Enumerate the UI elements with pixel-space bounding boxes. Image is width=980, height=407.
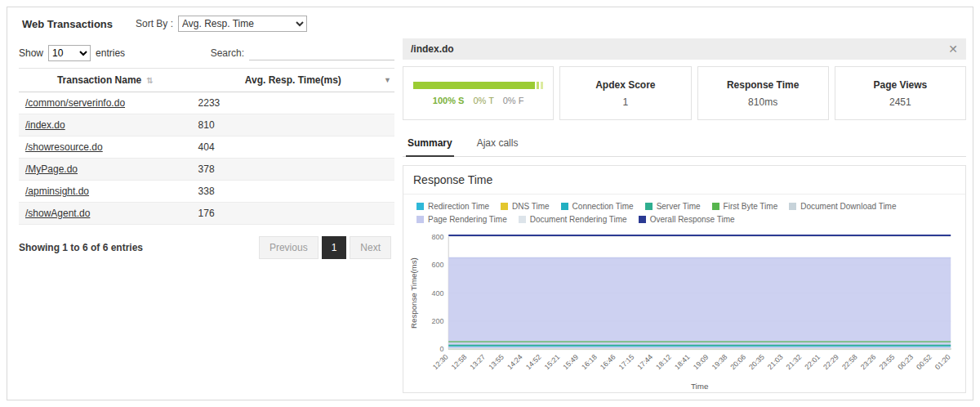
svg-text:Response Time(ms): Response Time(ms) [409, 257, 418, 329]
close-icon[interactable]: ✕ [948, 43, 958, 55]
svg-text:15:21: 15:21 [543, 353, 562, 372]
svg-text:20:06: 20:06 [728, 353, 747, 372]
next-page-button[interactable]: Next [350, 236, 391, 259]
svg-text:200: 200 [432, 317, 444, 325]
transaction-link[interactable]: /apminsight.do [25, 186, 89, 197]
previous-page-button[interactable]: Previous [259, 236, 318, 259]
search-input[interactable] [249, 46, 394, 60]
legend-item[interactable]: Page Rendering Time [416, 215, 507, 224]
svg-text:14:24: 14:24 [506, 353, 524, 372]
svg-text:19:38: 19:38 [710, 353, 729, 372]
current-page-button[interactable]: 1 [322, 236, 347, 259]
show-label: Show [19, 47, 43, 59]
transaction-value: 2233 [192, 92, 394, 114]
top-bar: Web Transactions Sort By : Avg. Resp. Ti… [7, 7, 973, 38]
svg-text:Time: Time [691, 382, 708, 391]
table-row: /common/serverinfo.do 2233 [19, 92, 394, 114]
table-row: /apminsight.do 338 [19, 181, 394, 203]
transaction-link[interactable]: /index.do [25, 119, 65, 131]
response-time-chart-panel: Response Time Redirection TimeDNS TimeCo… [403, 165, 966, 393]
legend-label: DNS Time [512, 202, 550, 211]
transactions-panel: Show 10 entries Search: Transaction Name… [7, 38, 394, 400]
svg-text:19:09: 19:09 [692, 353, 710, 372]
legend-swatch-icon [712, 203, 719, 210]
legend-item[interactable]: Document Rendering Time [519, 215, 627, 224]
svg-text:13:27: 13:27 [468, 353, 487, 372]
chart-area: 020040060080012:3012:5813:2713:5514:2414… [403, 226, 965, 392]
svg-text:17:15: 17:15 [617, 353, 636, 372]
legend-item[interactable]: DNS Time [501, 202, 550, 211]
transaction-link[interactable]: /MyPage.do [25, 163, 78, 175]
legend-item[interactable]: Server Time [645, 202, 701, 211]
legend-label: Page Rendering Time [428, 215, 507, 224]
legend-label: Connection Time [572, 202, 634, 211]
svg-text:20:35: 20:35 [747, 353, 766, 372]
tab-summary[interactable]: Summary [406, 132, 454, 157]
transaction-value: 378 [192, 159, 394, 181]
response-time-chart: 020040060080012:3012:5813:2713:5514:2414… [407, 227, 962, 392]
apdex-labels: 100% S 0% T 0% F [433, 96, 524, 105]
legend-swatch-icon [416, 216, 424, 223]
legend-item[interactable]: Overall Response Time [639, 215, 735, 224]
legend-item[interactable]: Document Download Time [789, 202, 896, 211]
apdex-bar [413, 82, 543, 89]
svg-text:600: 600 [432, 261, 444, 269]
sort-icon: ⇅ [146, 76, 153, 85]
transactions-table: Transaction Name⇅ Avg. Resp. Time(ms)▼ /… [19, 68, 394, 225]
table-row: /showresource.do 404 [19, 136, 394, 159]
svg-text:21:32: 21:32 [785, 353, 804, 372]
svg-text:14:52: 14:52 [524, 353, 543, 372]
sort-by-select[interactable]: Avg. Resp. Time [178, 16, 307, 32]
card-value: 1 [623, 96, 629, 108]
svg-text:00:23: 00:23 [896, 353, 915, 372]
svg-text:01:20: 01:20 [933, 353, 952, 372]
transaction-link[interactable]: /showAgent.do [25, 208, 90, 219]
svg-text:18:41: 18:41 [673, 353, 692, 372]
entries-info: Showing 1 to 6 of 6 entries [19, 242, 143, 253]
card-title: Apdex Score [595, 79, 655, 91]
page-length-select[interactable]: 10 [48, 45, 91, 61]
chart-title: Response Time [403, 166, 965, 195]
card-title: Page Views [873, 79, 927, 91]
legend-label: Server Time [657, 202, 701, 211]
page-title: Web Transactions [22, 18, 113, 30]
filter-icon[interactable]: ▼ [384, 76, 391, 84]
svg-text:00:52: 00:52 [915, 353, 933, 372]
detail-title: /index.do [411, 43, 454, 55]
legend-item[interactable]: Redirection Time [416, 202, 489, 211]
apdex-frustrated-bar [541, 82, 543, 89]
legend-swatch-icon [416, 203, 424, 210]
apdex-tolerating-bar [537, 82, 539, 89]
table-row: /showAgent.do 176 [19, 203, 394, 225]
svg-text:16:18: 16:18 [580, 353, 599, 372]
transaction-link[interactable]: /showresource.do [25, 141, 103, 153]
svg-text:12:30: 12:30 [431, 353, 450, 372]
column-header-avg-resp-time[interactable]: Avg. Resp. Time(ms)▼ [192, 69, 394, 92]
web-transactions-widget: Web Transactions Sort By : Avg. Resp. Ti… [7, 7, 973, 400]
svg-text:800: 800 [432, 233, 444, 241]
tab-ajax-calls[interactable]: Ajax calls [475, 132, 520, 156]
column-header-transaction-name[interactable]: Transaction Name⇅ [19, 69, 192, 92]
transaction-link[interactable]: /common/serverinfo.do [25, 97, 125, 109]
legend-item[interactable]: First Byte Time [712, 202, 778, 211]
svg-text:16:46: 16:46 [599, 353, 617, 372]
apdex-score-card: Apdex Score 1 [559, 66, 691, 120]
legend-label: First Byte Time [724, 202, 778, 211]
transaction-value: 176 [192, 203, 394, 225]
transaction-value: 810 [192, 114, 394, 136]
apdex-frustrated-label: 0% F [503, 96, 524, 105]
legend-swatch-icon [561, 203, 568, 210]
legend-item[interactable]: Connection Time [561, 202, 634, 211]
legend-label: Redirection Time [428, 202, 489, 211]
pagination: Previous 1 Next [259, 236, 391, 259]
transactions-tbody: /common/serverinfo.do 2233 /index.do 810… [19, 92, 394, 225]
page-views-card: Page Views 2451 [835, 66, 966, 120]
svg-text:22:58: 22:58 [840, 353, 859, 372]
transaction-value: 338 [192, 181, 394, 203]
legend-swatch-icon [645, 203, 653, 210]
legend-swatch-icon [789, 203, 796, 210]
table-row: /MyPage.do 378 [19, 159, 394, 181]
card-title: Response Time [727, 79, 799, 91]
svg-text:21:03: 21:03 [766, 353, 785, 372]
sort-by-label: Sort By : [136, 18, 173, 29]
